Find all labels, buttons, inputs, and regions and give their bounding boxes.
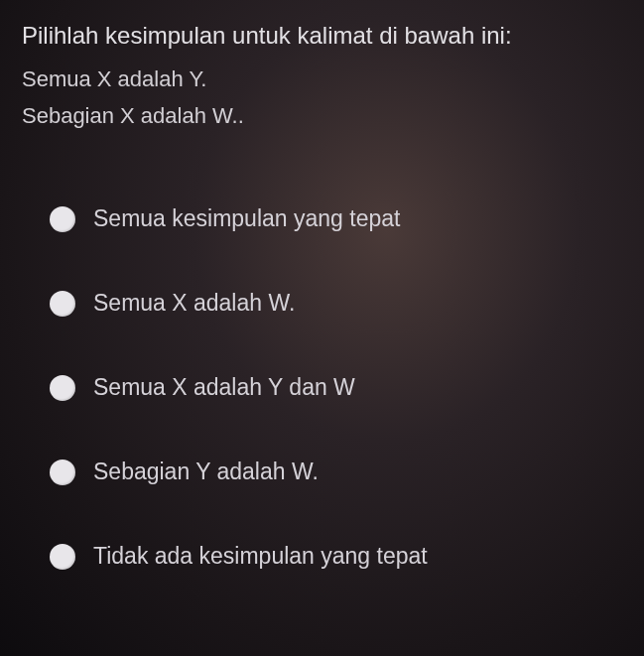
- question-premise-2: Sebagian X adalah W..: [22, 98, 622, 133]
- radio-icon: [50, 375, 75, 401]
- question-prompt: Pilihlah kesimpulan untuk kalimat di baw…: [22, 18, 622, 54]
- question-premise-1: Semua X adalah Y.: [22, 62, 622, 96]
- option-label: Semua kesimpulan yang tepat: [93, 204, 400, 234]
- option-label: Semua X adalah W.: [93, 289, 295, 319]
- options-group: Semua kesimpulan yang tepat Semua X adal…: [22, 204, 622, 571]
- option-row-2[interactable]: Semua X adalah Y dan W: [50, 373, 622, 403]
- option-row-0[interactable]: Semua kesimpulan yang tepat: [50, 204, 622, 234]
- option-row-4[interactable]: Tidak ada kesimpulan yang tepat: [50, 542, 622, 572]
- option-row-3[interactable]: Sebagian Y adalah W.: [50, 458, 622, 487]
- radio-icon: [50, 291, 75, 317]
- radio-icon: [50, 544, 75, 570]
- option-row-1[interactable]: Semua X adalah W.: [50, 289, 622, 319]
- option-label: Tidak ada kesimpulan yang tepat: [93, 542, 428, 572]
- radio-icon: [50, 206, 75, 232]
- radio-icon: [50, 459, 75, 485]
- option-label: Semua X adalah Y dan W: [93, 373, 355, 403]
- option-label: Sebagian Y adalah W.: [93, 458, 319, 487]
